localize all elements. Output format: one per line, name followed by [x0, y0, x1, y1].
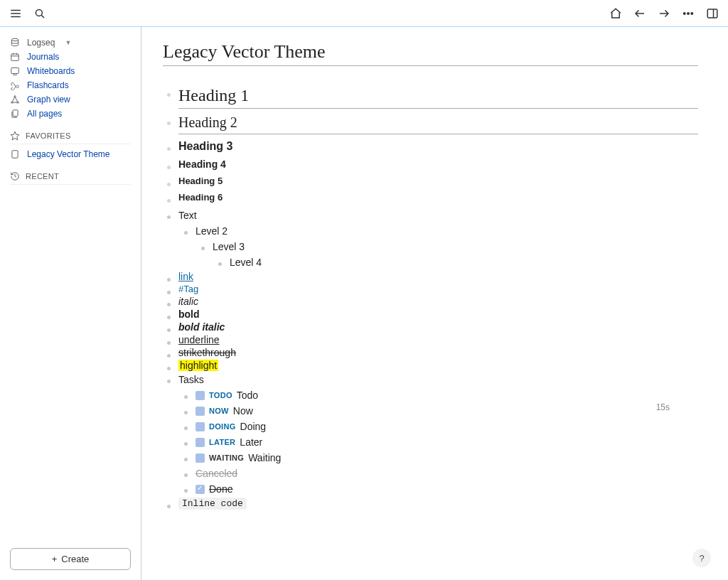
block-strikethrough[interactable]: strikethrough — [166, 347, 698, 358]
menu-icon[interactable] — [9, 6, 23, 21]
sidebar-item-label: Graph view — [27, 95, 70, 104]
svg-point-7 — [684, 12, 685, 14]
svg-line-22 — [13, 97, 15, 102]
block-h5[interactable]: Heading 5 — [166, 176, 698, 186]
chevron-down-icon: ▼ — [65, 39, 71, 46]
task-later[interactable]: LATER Later — [183, 435, 698, 449]
sidebar-item-label: Flashcards — [27, 80, 69, 90]
page-icon — [10, 149, 20, 159]
pages-icon — [10, 109, 20, 119]
forward-icon[interactable] — [657, 6, 671, 21]
checkbox-icon[interactable] — [196, 422, 205, 431]
block-italic[interactable]: italic — [166, 296, 698, 307]
svg-rect-27 — [12, 151, 18, 159]
favorites-header[interactable]: FAVORITES — [10, 128, 131, 144]
top-bar — [0, 0, 728, 27]
database-icon — [10, 38, 20, 48]
back-icon[interactable] — [633, 6, 647, 21]
calendar-icon — [10, 52, 20, 62]
favorite-label: Legacy Vector Theme — [27, 149, 110, 159]
sidebar-item-label: Whiteboards — [27, 66, 75, 76]
sidebar-item-flashcards[interactable]: Flashcards — [10, 78, 131, 92]
block-h3[interactable]: Heading 3 — [166, 140, 698, 153]
checkbox-checked-icon[interactable] — [196, 485, 205, 494]
checkbox-icon[interactable] — [196, 438, 205, 447]
svg-point-20 — [14, 96, 16, 97]
block-text[interactable]: Text — [166, 208, 698, 222]
svg-rect-10 — [707, 9, 717, 18]
block-bold-italic[interactable]: bold italic — [166, 321, 698, 333]
sidebar: Logseq ▼ Journals Whiteboards Flashcards — [0, 27, 141, 580]
svg-point-21 — [17, 102, 18, 103]
svg-marker-26 — [11, 131, 19, 140]
whiteboard-icon — [10, 66, 20, 76]
sidebar-item-journals[interactable]: Journals — [10, 50, 131, 64]
main-content: Legacy Vector Theme Heading 1 Heading 2 … — [141, 27, 728, 580]
svg-rect-13 — [11, 54, 19, 60]
block-bold[interactable]: bold — [166, 308, 698, 320]
block-level2[interactable]: Level 2 — [183, 224, 698, 238]
plus-icon: + — [52, 554, 58, 564]
block-h2[interactable]: Heading 2 — [166, 114, 698, 134]
help-button[interactable]: ? — [692, 549, 711, 567]
task-doing[interactable]: DOING Doing — [183, 419, 698, 434]
block-h1[interactable]: Heading 1 — [166, 86, 698, 109]
block-tasks[interactable]: Tasks — [166, 372, 698, 387]
checkbox-icon[interactable] — [196, 453, 205, 463]
more-icon[interactable] — [681, 6, 695, 21]
block-link[interactable]: link — [166, 271, 698, 282]
block-tag[interactable]: #Tag — [166, 284, 698, 294]
svg-point-3 — [36, 9, 42, 16]
star-icon — [10, 131, 20, 141]
home-icon[interactable] — [609, 6, 623, 21]
search-icon[interactable] — [33, 6, 47, 21]
svg-line-4 — [41, 15, 44, 18]
favorite-item[interactable]: Legacy Vector Theme — [10, 147, 131, 161]
block-level3[interactable]: Level 3 — [200, 240, 698, 254]
workspace-name: Logseq — [27, 38, 55, 48]
svg-point-19 — [11, 102, 13, 103]
svg-rect-17 — [11, 68, 19, 73]
task-done[interactable]: Done — [183, 482, 698, 496]
sidebar-item-allpages[interactable]: All pages — [10, 107, 131, 121]
infinity-icon — [10, 80, 20, 90]
svg-point-12 — [11, 38, 18, 41]
svg-rect-25 — [13, 110, 18, 117]
checkbox-icon[interactable] — [196, 407, 205, 416]
recent-header[interactable]: RECENT — [10, 168, 131, 185]
workspace-selector[interactable]: Logseq ▼ — [10, 36, 131, 50]
history-icon — [10, 171, 20, 181]
task-now[interactable]: NOW Now — [183, 404, 698, 418]
sidebar-item-graph[interactable]: Graph view — [10, 92, 131, 107]
block-level4[interactable]: Level 4 — [217, 255, 698, 269]
sidebar-item-whiteboards[interactable]: Whiteboards — [10, 64, 131, 78]
task-todo[interactable]: TODO Todo 15s — [183, 388, 698, 402]
block-highlight[interactable]: highlight — [166, 360, 698, 371]
svg-line-23 — [16, 97, 18, 102]
block-h4[interactable]: Heading 4 — [166, 159, 698, 170]
task-waiting[interactable]: WAITING Waiting — [183, 451, 698, 465]
page-title[interactable]: Legacy Vector Theme — [163, 41, 698, 66]
sidebar-item-label: All pages — [27, 109, 62, 119]
svg-point-8 — [687, 12, 689, 14]
graph-icon — [10, 95, 20, 104]
create-button[interactable]: + Create — [10, 548, 131, 570]
svg-point-9 — [691, 12, 692, 14]
block-inline-code[interactable]: Inline code — [166, 498, 698, 509]
checkbox-icon[interactable] — [196, 391, 205, 400]
right-panel-icon[interactable] — [705, 6, 719, 21]
block-underline[interactable]: underline — [166, 334, 698, 345]
sidebar-item-label: Journals — [27, 52, 59, 62]
task-canceled[interactable]: Canceled — [183, 466, 698, 480]
block-h6[interactable]: Heading 6 — [166, 192, 698, 203]
